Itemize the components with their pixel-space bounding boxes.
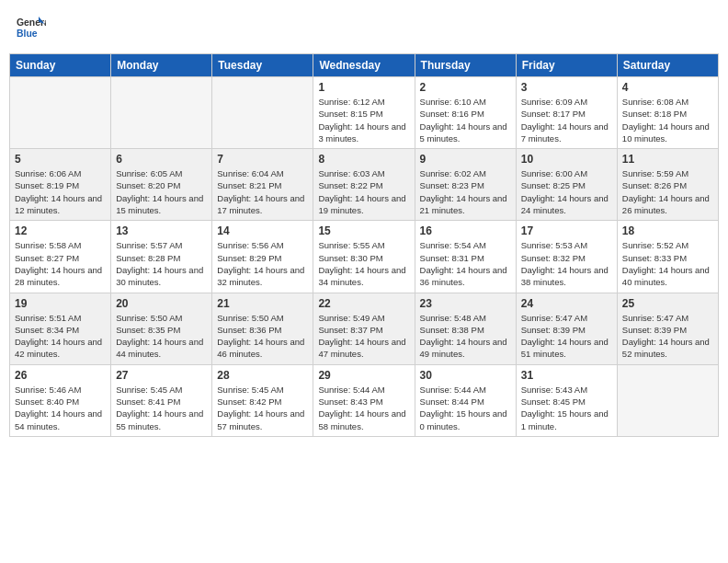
- week-row-2: 5Sunrise: 6:06 AMSunset: 8:19 PMDaylight…: [10, 149, 719, 221]
- weekday-tuesday: Tuesday: [212, 54, 313, 77]
- day-cell-22: 22Sunrise: 5:49 AMSunset: 8:37 PMDayligh…: [313, 293, 415, 364]
- day-cell-8: 8Sunrise: 6:03 AMSunset: 8:22 PMDaylight…: [313, 149, 415, 221]
- day-number: 30: [420, 369, 511, 382]
- calendar-table: SundayMondayTuesdayWednesdayThursdayFrid…: [9, 53, 719, 437]
- cell-info: Sunrise: 5:49 AMSunset: 8:37 PMDaylight:…: [318, 312, 409, 361]
- weekday-header-row: SundayMondayTuesdayWednesdayThursdayFrid…: [10, 54, 719, 77]
- day-cell-4: 4Sunrise: 6:08 AMSunset: 8:18 PMDaylight…: [617, 77, 718, 149]
- cell-info: Sunrise: 6:02 AMSunset: 8:23 PMDaylight:…: [420, 167, 511, 216]
- day-cell-19: 19Sunrise: 5:51 AMSunset: 8:34 PMDayligh…: [10, 293, 111, 364]
- cell-info: Sunrise: 5:55 AMSunset: 8:30 PMDaylight:…: [318, 239, 409, 288]
- day-number: 17: [521, 224, 612, 237]
- day-number: 3: [521, 81, 612, 94]
- day-number: 27: [116, 369, 207, 382]
- cell-info: Sunrise: 6:05 AMSunset: 8:20 PMDaylight:…: [116, 167, 207, 216]
- weekday-sunday: Sunday: [10, 54, 111, 77]
- cell-info: Sunrise: 5:47 AMSunset: 8:39 PMDaylight:…: [521, 312, 612, 361]
- empty-cell: [10, 77, 111, 149]
- cell-info: Sunrise: 5:57 AMSunset: 8:28 PMDaylight:…: [116, 239, 207, 288]
- day-cell-23: 23Sunrise: 5:48 AMSunset: 8:38 PMDayligh…: [415, 293, 516, 364]
- cell-info: Sunrise: 6:06 AMSunset: 8:19 PMDaylight:…: [15, 167, 106, 216]
- empty-cell: [111, 77, 212, 149]
- day-number: 29: [318, 369, 409, 382]
- cell-info: Sunrise: 5:45 AMSunset: 8:41 PMDaylight:…: [116, 384, 207, 432]
- weekday-saturday: Saturday: [617, 54, 718, 77]
- cell-info: Sunrise: 5:47 AMSunset: 8:39 PMDaylight:…: [622, 312, 713, 361]
- day-number: 25: [622, 297, 713, 310]
- day-number: 14: [217, 224, 308, 237]
- svg-text:Blue: Blue: [17, 29, 38, 39]
- logo-icon: General Blue: [17, 13, 46, 42]
- week-row-1: 1Sunrise: 6:12 AMSunset: 8:15 PMDaylight…: [10, 77, 719, 149]
- day-number: 12: [15, 224, 106, 237]
- day-number: 6: [116, 153, 207, 166]
- day-cell-16: 16Sunrise: 5:54 AMSunset: 8:31 PMDayligh…: [415, 221, 516, 293]
- cell-info: Sunrise: 5:50 AMSunset: 8:35 PMDaylight:…: [116, 312, 207, 361]
- day-cell-31: 31Sunrise: 5:43 AMSunset: 8:45 PMDayligh…: [516, 364, 617, 436]
- day-cell-20: 20Sunrise: 5:50 AMSunset: 8:35 PMDayligh…: [111, 293, 212, 364]
- cell-info: Sunrise: 5:53 AMSunset: 8:32 PMDaylight:…: [521, 239, 612, 288]
- cell-info: Sunrise: 5:58 AMSunset: 8:27 PMDaylight:…: [15, 239, 106, 288]
- day-number: 2: [420, 81, 511, 94]
- cell-info: Sunrise: 5:44 AMSunset: 8:44 PMDaylight:…: [420, 384, 511, 432]
- cell-info: Sunrise: 6:04 AMSunset: 8:21 PMDaylight:…: [217, 167, 308, 216]
- day-number: 23: [420, 297, 511, 310]
- week-row-4: 19Sunrise: 5:51 AMSunset: 8:34 PMDayligh…: [10, 293, 719, 364]
- day-number: 24: [521, 297, 612, 310]
- cell-info: Sunrise: 5:54 AMSunset: 8:31 PMDaylight:…: [420, 239, 511, 288]
- cell-info: Sunrise: 6:10 AMSunset: 8:16 PMDaylight:…: [420, 96, 511, 144]
- day-number: 7: [217, 153, 308, 166]
- day-number: 22: [318, 297, 409, 310]
- weekday-thursday: Thursday: [415, 54, 516, 77]
- day-cell-3: 3Sunrise: 6:09 AMSunset: 8:17 PMDaylight…: [516, 77, 617, 149]
- empty-cell: [617, 364, 718, 436]
- day-number: 18: [622, 224, 713, 237]
- day-number: 19: [15, 297, 106, 310]
- day-cell-7: 7Sunrise: 6:04 AMSunset: 8:21 PMDaylight…: [212, 149, 313, 221]
- day-cell-6: 6Sunrise: 6:05 AMSunset: 8:20 PMDaylight…: [111, 149, 212, 221]
- day-number: 21: [217, 297, 308, 310]
- day-cell-13: 13Sunrise: 5:57 AMSunset: 8:28 PMDayligh…: [111, 221, 212, 293]
- cell-info: Sunrise: 5:51 AMSunset: 8:34 PMDaylight:…: [15, 312, 106, 361]
- day-cell-15: 15Sunrise: 5:55 AMSunset: 8:30 PMDayligh…: [313, 221, 415, 293]
- day-number: 1: [318, 81, 409, 94]
- day-cell-18: 18Sunrise: 5:52 AMSunset: 8:33 PMDayligh…: [617, 221, 718, 293]
- day-cell-29: 29Sunrise: 5:44 AMSunset: 8:43 PMDayligh…: [313, 364, 415, 436]
- cell-info: Sunrise: 6:12 AMSunset: 8:15 PMDaylight:…: [318, 96, 409, 144]
- day-cell-21: 21Sunrise: 5:50 AMSunset: 8:36 PMDayligh…: [212, 293, 313, 364]
- day-cell-2: 2Sunrise: 6:10 AMSunset: 8:16 PMDaylight…: [415, 77, 516, 149]
- day-number: 26: [15, 369, 106, 382]
- weekday-wednesday: Wednesday: [313, 54, 415, 77]
- day-number: 9: [420, 153, 511, 166]
- cell-info: Sunrise: 6:03 AMSunset: 8:22 PMDaylight:…: [318, 167, 409, 216]
- cell-info: Sunrise: 5:46 AMSunset: 8:40 PMDaylight:…: [15, 384, 106, 432]
- day-number: 13: [116, 224, 207, 237]
- empty-cell: [212, 77, 313, 149]
- cell-info: Sunrise: 5:48 AMSunset: 8:38 PMDaylight:…: [420, 312, 511, 361]
- day-number: 5: [15, 153, 106, 166]
- cell-info: Sunrise: 5:56 AMSunset: 8:29 PMDaylight:…: [217, 239, 308, 288]
- day-cell-12: 12Sunrise: 5:58 AMSunset: 8:27 PMDayligh…: [10, 221, 111, 293]
- day-cell-11: 11Sunrise: 5:59 AMSunset: 8:26 PMDayligh…: [617, 149, 718, 221]
- day-number: 11: [622, 153, 713, 166]
- week-row-5: 26Sunrise: 5:46 AMSunset: 8:40 PMDayligh…: [10, 364, 719, 436]
- day-cell-1: 1Sunrise: 6:12 AMSunset: 8:15 PMDaylight…: [313, 77, 415, 149]
- weekday-friday: Friday: [516, 54, 617, 77]
- day-number: 4: [622, 81, 713, 94]
- day-number: 31: [521, 369, 612, 382]
- cell-info: Sunrise: 5:43 AMSunset: 8:45 PMDaylight:…: [521, 384, 612, 432]
- cell-info: Sunrise: 6:00 AMSunset: 8:25 PMDaylight:…: [521, 167, 612, 216]
- cell-info: Sunrise: 5:50 AMSunset: 8:36 PMDaylight:…: [217, 312, 308, 361]
- day-cell-10: 10Sunrise: 6:00 AMSunset: 8:25 PMDayligh…: [516, 149, 617, 221]
- cell-info: Sunrise: 6:08 AMSunset: 8:18 PMDaylight:…: [622, 96, 713, 144]
- week-row-3: 12Sunrise: 5:58 AMSunset: 8:27 PMDayligh…: [10, 221, 719, 293]
- day-cell-30: 30Sunrise: 5:44 AMSunset: 8:44 PMDayligh…: [415, 364, 516, 436]
- cell-info: Sunrise: 5:45 AMSunset: 8:42 PMDaylight:…: [217, 384, 308, 432]
- day-cell-24: 24Sunrise: 5:47 AMSunset: 8:39 PMDayligh…: [516, 293, 617, 364]
- day-number: 28: [217, 369, 308, 382]
- day-number: 8: [318, 153, 409, 166]
- day-cell-14: 14Sunrise: 5:56 AMSunset: 8:29 PMDayligh…: [212, 221, 313, 293]
- day-number: 20: [116, 297, 207, 310]
- cell-info: Sunrise: 5:44 AMSunset: 8:43 PMDaylight:…: [318, 384, 409, 432]
- day-cell-26: 26Sunrise: 5:46 AMSunset: 8:40 PMDayligh…: [10, 364, 111, 436]
